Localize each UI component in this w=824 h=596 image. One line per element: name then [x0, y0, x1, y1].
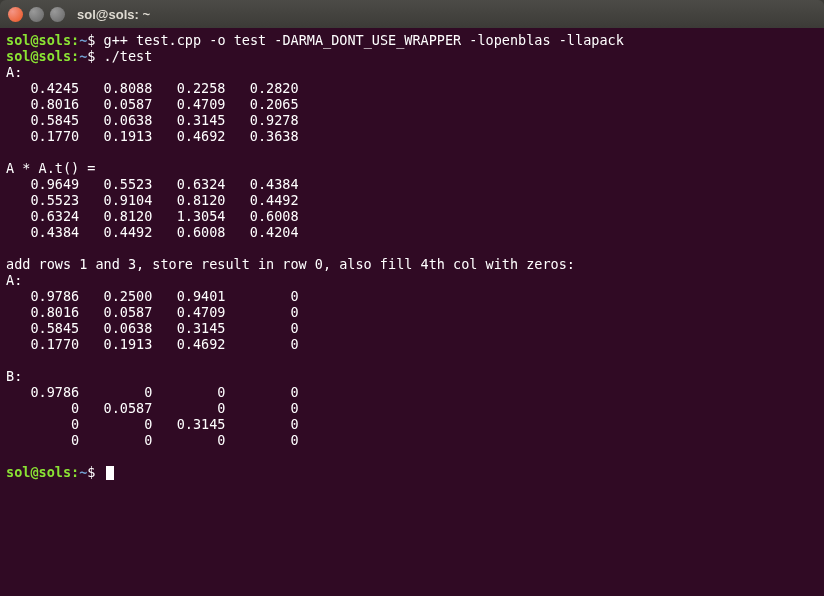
matrix-row: 0.8016 0.0587 0.4709 0.2065	[6, 96, 299, 112]
matrix-row: 0.5845 0.0638 0.3145 0	[6, 320, 299, 336]
output-label: A:	[6, 272, 22, 288]
matrix-row: 0 0 0 0	[6, 432, 299, 448]
output-label: A * A.t() =	[6, 160, 104, 176]
window-controls	[8, 7, 65, 22]
prompt-symbol: $	[87, 32, 95, 48]
output-label: add rows 1 and 3, store result in row 0,…	[6, 256, 575, 272]
matrix-row: 0.6324 0.8120 1.3054 0.6008	[6, 208, 299, 224]
matrix-row: 0.1770 0.1913 0.4692 0.3638	[6, 128, 299, 144]
prompt-sep: :	[71, 48, 79, 64]
maximize-icon[interactable]	[50, 7, 65, 22]
prompt-symbol: $	[87, 464, 95, 480]
prompt-sep: :	[71, 464, 79, 480]
terminal-window: sol@sols: ~ sol@sols:~$ g++ test.cpp -o …	[0, 0, 824, 596]
matrix-row: 0.4245 0.8088 0.2258 0.2820	[6, 80, 299, 96]
matrix-row: 0.5845 0.0638 0.3145 0.9278	[6, 112, 299, 128]
command-text: g++ test.cpp -o test -DARMA_DONT_USE_WRA…	[104, 32, 624, 48]
prompt-symbol: $	[87, 48, 95, 64]
window-title: sol@sols: ~	[77, 7, 150, 22]
window-titlebar[interactable]: sol@sols: ~	[0, 0, 824, 28]
matrix-row: 0.5523 0.9104 0.8120 0.4492	[6, 192, 299, 208]
matrix-row: 0.1770 0.1913 0.4692 0	[6, 336, 299, 352]
prompt-user-host: sol@sols	[6, 464, 71, 480]
matrix-row: 0.8016 0.0587 0.4709 0	[6, 304, 299, 320]
matrix-row: 0 0.0587 0 0	[6, 400, 299, 416]
matrix-row: 0.4384 0.4492 0.6008 0.4204	[6, 224, 299, 240]
prompt-user-host: sol@sols	[6, 32, 71, 48]
output-label: B:	[6, 368, 22, 384]
terminal-body[interactable]: sol@sols:~$ g++ test.cpp -o test -DARMA_…	[0, 28, 824, 596]
terminal-cursor	[106, 466, 114, 480]
matrix-row: 0 0 0.3145 0	[6, 416, 299, 432]
close-icon[interactable]	[8, 7, 23, 22]
matrix-row: 0.9786 0 0 0	[6, 384, 299, 400]
prompt-user-host: sol@sols	[6, 48, 71, 64]
minimize-icon[interactable]	[29, 7, 44, 22]
matrix-row: 0.9786 0.2500 0.9401 0	[6, 288, 299, 304]
matrix-row: 0.9649 0.5523 0.6324 0.4384	[6, 176, 299, 192]
output-label: A:	[6, 64, 22, 80]
command-text: ./test	[104, 48, 153, 64]
prompt-sep: :	[71, 32, 79, 48]
